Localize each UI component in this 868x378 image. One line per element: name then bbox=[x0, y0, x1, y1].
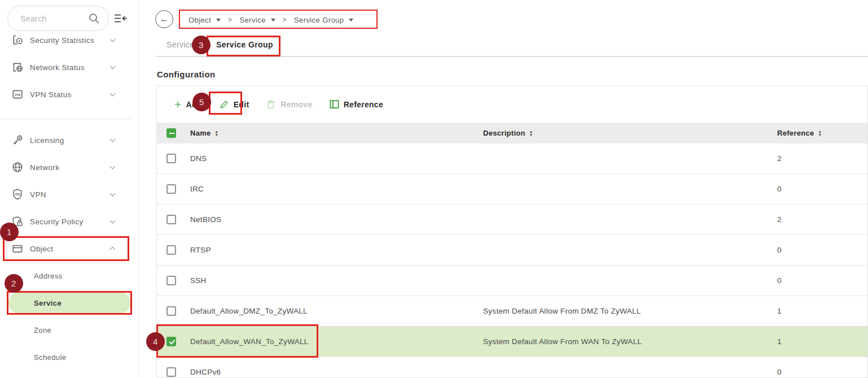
search-icon[interactable] bbox=[88, 12, 100, 25]
sidebar-item-network-status[interactable]: Network Status bbox=[0, 54, 131, 81]
row-checkbox[interactable] bbox=[166, 215, 176, 224]
sidebar-item-service[interactable]: Service bbox=[0, 289, 131, 316]
table-row[interactable]: SSH 0 bbox=[157, 266, 867, 296]
network-globe-icon bbox=[11, 161, 24, 173]
sidebar-item-vpn[interactable]: VPN VPN bbox=[0, 181, 131, 208]
table-row[interactable]: Default_Allow_DMZ_To_ZyWALL System Defau… bbox=[157, 296, 867, 327]
search-input[interactable] bbox=[20, 14, 87, 23]
row-checkbox-checked[interactable] bbox=[166, 337, 176, 346]
row-name: RTSP bbox=[190, 246, 483, 254]
sidebar: Security Statistics Network Status VPN V… bbox=[0, 0, 138, 378]
sidebar-item-security-statistics[interactable]: Security Statistics bbox=[0, 27, 131, 54]
select-all-checkbox[interactable] bbox=[166, 128, 176, 138]
row-reference: 0 bbox=[777, 276, 867, 285]
sidebar-item-schedule[interactable]: Schedule bbox=[0, 344, 131, 371]
breadcrumb-separator: > bbox=[228, 16, 232, 24]
sort-icon: ▲▼ bbox=[818, 130, 822, 136]
reference-button[interactable]: Reference bbox=[330, 99, 383, 109]
back-button[interactable]: ← bbox=[155, 10, 173, 28]
trash-icon bbox=[266, 99, 276, 110]
vpn-shield-icon: VPN bbox=[11, 188, 24, 201]
chevron-down-icon bbox=[110, 218, 116, 224]
sidebar-divider bbox=[0, 119, 131, 119]
row-checkbox[interactable] bbox=[166, 184, 176, 194]
row-name: DHCPv6 bbox=[190, 368, 483, 376]
column-label: Name bbox=[190, 129, 211, 137]
breadcrumb-label: Service bbox=[239, 16, 265, 24]
row-reference: 1 bbox=[777, 337, 867, 346]
annotation-marker-4: 4 bbox=[146, 332, 165, 351]
sub-item-label: Address bbox=[34, 272, 63, 280]
sub-item-label: Zone bbox=[34, 326, 51, 334]
row-name: SSH bbox=[190, 276, 483, 285]
table-row[interactable]: NetBIOS 2 bbox=[157, 205, 867, 235]
breadcrumb-item-service[interactable]: Service bbox=[239, 16, 275, 24]
row-checkbox[interactable] bbox=[166, 154, 176, 163]
object-icon bbox=[11, 242, 24, 255]
svg-text:VPN: VPN bbox=[15, 193, 20, 196]
back-arrow-icon: ← bbox=[160, 14, 169, 24]
licensing-key-icon bbox=[11, 134, 24, 146]
table-row[interactable]: RTSP 0 bbox=[157, 235, 867, 266]
sidebar-item-label: VPN Status bbox=[30, 90, 72, 99]
column-header-description[interactable]: Description ▲▼ bbox=[483, 129, 777, 137]
row-name: DNS bbox=[190, 154, 483, 163]
table-row[interactable]: DHCPv6 0 bbox=[157, 357, 867, 378]
tab-service[interactable]: Service bbox=[166, 40, 194, 49]
sort-icon: ▲▼ bbox=[529, 130, 533, 136]
chevron-down-icon bbox=[110, 137, 116, 142]
chevron-down-icon bbox=[110, 91, 116, 97]
collapse-menu-icon[interactable] bbox=[113, 13, 128, 24]
sidebar-item-label: Object bbox=[30, 245, 53, 253]
svg-text:VPN: VPN bbox=[15, 93, 21, 97]
row-description: System Default Allow From DMZ To ZyWALL bbox=[483, 307, 777, 315]
breadcrumb-item-service-group[interactable]: Service Group bbox=[294, 16, 353, 24]
caret-down-icon bbox=[271, 19, 275, 21]
vpn-status-icon: VPN bbox=[11, 88, 24, 101]
table-row[interactable]: IRC 0 bbox=[157, 174, 867, 205]
tab-service-group[interactable]: Service Group bbox=[216, 40, 273, 49]
edit-button[interactable]: Edit bbox=[219, 99, 249, 110]
sidebar-item-label: Licensing bbox=[30, 136, 64, 145]
row-checkbox[interactable] bbox=[166, 276, 176, 285]
remove-button[interactable]: Remove bbox=[266, 99, 312, 110]
sidebar-item-licensing[interactable]: Licensing bbox=[0, 127, 131, 154]
toolbar: + Add Edit Remove bbox=[157, 86, 867, 123]
pencil-icon bbox=[219, 99, 229, 110]
sidebar-item-vpn-status[interactable]: VPN VPN Status bbox=[0, 81, 131, 108]
sidebar-item-network[interactable]: Network bbox=[0, 154, 131, 181]
row-reference: 0 bbox=[777, 246, 867, 254]
breadcrumb-label: Object bbox=[188, 16, 211, 24]
sidebar-item-security-policy[interactable]: Security Policy bbox=[0, 208, 131, 235]
sidebar-item-label: Security Policy bbox=[30, 218, 84, 226]
chevron-down-icon bbox=[110, 37, 116, 42]
sidebar-item-label: VPN bbox=[30, 190, 46, 199]
sidebar-item-object[interactable]: Object bbox=[0, 235, 131, 262]
breadcrumb-item-object[interactable]: Object bbox=[188, 16, 221, 24]
chevron-down-icon bbox=[110, 64, 116, 69]
table-row-selected[interactable]: Default_Allow_WAN_To_ZyWALL System Defau… bbox=[157, 327, 867, 357]
row-name: NetBIOS bbox=[190, 215, 483, 224]
sidebar-item-label: Security Statistics bbox=[30, 36, 94, 45]
chevron-down-icon bbox=[110, 191, 116, 197]
reference-label: Reference bbox=[344, 100, 383, 109]
sidebar-item-zone[interactable]: Zone bbox=[0, 316, 131, 344]
table-row[interactable]: DNS 2 bbox=[157, 144, 867, 174]
plus-icon: + bbox=[174, 99, 182, 110]
chevron-up-icon bbox=[110, 247, 116, 253]
row-checkbox[interactable] bbox=[166, 245, 176, 255]
row-description: System Default Allow From WAN To ZyWALL bbox=[483, 337, 777, 346]
column-header-name[interactable]: Name ▲▼ bbox=[190, 129, 483, 137]
section-title: Configuration bbox=[157, 69, 216, 79]
sidebar-item-label: Network Status bbox=[30, 63, 85, 72]
column-header-reference[interactable]: Reference ▲▼ bbox=[777, 129, 867, 137]
annotation-marker-2: 2 bbox=[5, 274, 23, 293]
edit-label: Edit bbox=[234, 100, 249, 109]
row-name: Default_Allow_WAN_To_ZyWALL bbox=[190, 337, 483, 346]
row-checkbox[interactable] bbox=[166, 306, 176, 316]
sub-item-label: Service bbox=[34, 299, 62, 307]
tabs-underline bbox=[156, 56, 868, 57]
row-checkbox[interactable] bbox=[166, 367, 176, 377]
column-label: Description bbox=[483, 129, 525, 137]
row-name: Default_Allow_DMZ_To_ZyWALL bbox=[190, 307, 483, 315]
